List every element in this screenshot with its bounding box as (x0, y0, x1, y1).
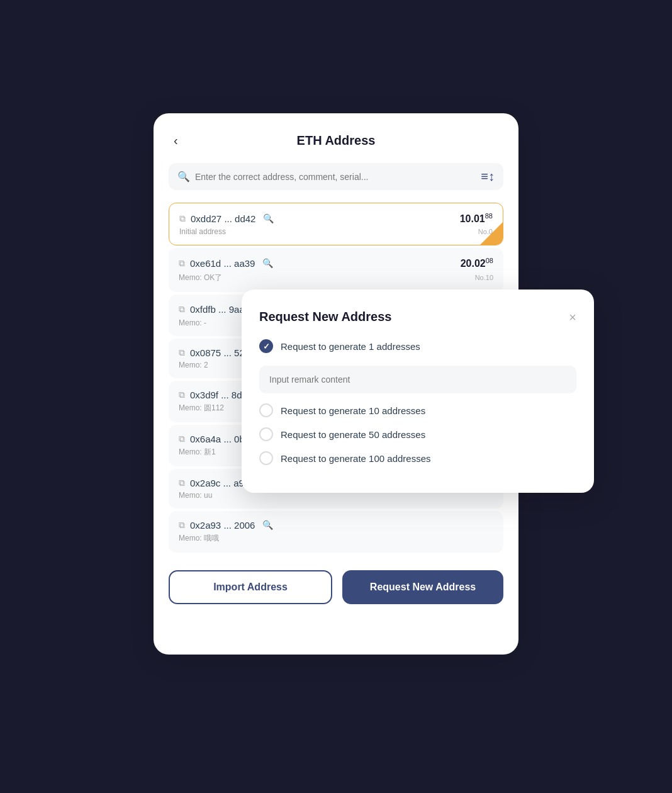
address-meta-row: Memo: 哦哦 (179, 533, 493, 544)
address-left: ⧉ 0xdd27 ... dd42 🔍 (179, 213, 274, 224)
address-item[interactable]: ⧉ 0x2a93 ... 2006 🔍 Memo: 哦哦 (169, 511, 503, 553)
memo: Memo: 圆112 (179, 403, 224, 413)
copy-icon[interactable]: ⧉ (179, 304, 185, 315)
radio-circle (259, 403, 273, 417)
request-new-address-modal: Request New Address × Request to generat… (242, 290, 594, 493)
memo: Memo: 2 (179, 361, 208, 369)
copy-icon[interactable]: ⧉ (179, 434, 185, 444)
radio-option[interactable]: Request to generate 100 addresses (259, 451, 576, 465)
address-meta-row: Memo: OK了 No.10 (179, 273, 493, 283)
copy-icon[interactable]: ⧉ (179, 258, 185, 269)
address-text: 0xdd27 ... dd42 (191, 213, 255, 224)
address-meta-row: Initial address No.0 (179, 227, 493, 236)
copy-icon[interactable]: ⧉ (179, 390, 185, 400)
copy-icon[interactable]: ⧉ (179, 520, 185, 531)
memo: Memo: OK了 (179, 273, 222, 283)
address-item[interactable]: ⧉ 0xdd27 ... dd42 🔍 10.0188 Initial addr… (169, 203, 503, 245)
radio-option[interactable]: Request to generate 1 addresses (259, 339, 576, 403)
memo: Memo: 新1 (179, 447, 216, 458)
radio-option-item[interactable]: Request to generate 50 addresses (259, 427, 576, 441)
modal-header: Request New Address × (259, 310, 576, 324)
radio-option-item[interactable]: Request to generate 1 addresses (259, 339, 576, 353)
modal-overlay: Request New Address × Request to generat… (242, 290, 594, 493)
address-item[interactable]: ⧉ 0xe61d ... aa39 🔍 20.0208 Memo: OK了 No… (169, 248, 503, 291)
radio-label: Request to generate 100 addresses (281, 453, 431, 464)
radio-circle (259, 451, 273, 465)
modal-options: Request to generate 1 addresses Request … (259, 339, 576, 465)
modal-title: Request New Address (259, 310, 391, 324)
memo: Initial address (179, 227, 226, 236)
address-row: ⧉ 0x2a93 ... 2006 🔍 (179, 520, 493, 531)
address-text: 0xe61d ... aa39 (190, 258, 255, 269)
back-button[interactable]: ‹ (169, 131, 183, 150)
main-container: ‹ ETH Address 🔍 ≡↕ ⧉ 0xdd27 ... dd42 🔍 1… (128, 113, 544, 680)
memo: Memo: 哦哦 (179, 533, 219, 544)
remark-input[interactable] (259, 366, 576, 393)
address-left: ⧉ 0xe61d ... aa39 🔍 (179, 258, 273, 269)
filter-button[interactable]: ≡↕ (481, 169, 495, 184)
radio-option[interactable]: Request to generate 10 addresses (259, 403, 576, 417)
search-bar: 🔍 ≡↕ (169, 163, 503, 190)
radio-circle-checked (259, 339, 273, 353)
address-search-icon[interactable]: 🔍 (263, 213, 274, 223)
radio-circle (259, 427, 273, 441)
active-corner (480, 222, 503, 245)
address-text: 0x2a93 ... 2006 (190, 520, 255, 531)
address-left: ⧉ 0x2a93 ... 2006 🔍 (179, 520, 273, 531)
radio-option[interactable]: Request to generate 50 addresses (259, 427, 576, 441)
radio-label: Request to generate 50 addresses (281, 429, 425, 440)
radio-option-item[interactable]: Request to generate 10 addresses (259, 403, 576, 417)
copy-icon[interactable]: ⧉ (179, 213, 186, 224)
address-row: ⧉ 0xdd27 ... dd42 🔍 10.0188 (179, 212, 493, 225)
radio-option-item[interactable]: Request to generate 100 addresses (259, 451, 576, 465)
import-address-button[interactable]: Import Address (169, 570, 332, 604)
search-icon: 🔍 (177, 171, 190, 183)
modal-close-button[interactable]: × (569, 311, 576, 323)
bottom-buttons: Import Address Request New Address (169, 570, 503, 604)
no-badge: No.10 (475, 274, 493, 281)
address-row: ⧉ 0xe61d ... aa39 🔍 20.0208 (179, 257, 493, 269)
amount: 20.0208 (461, 257, 493, 269)
search-input[interactable] (195, 172, 476, 182)
address-text: 0xfdfb ... 9aab (190, 304, 250, 315)
radio-label: Request to generate 10 addresses (281, 405, 425, 416)
address-search-icon[interactable]: 🔍 (262, 520, 273, 530)
memo: Memo: - (179, 318, 206, 327)
address-search-icon[interactable]: 🔍 (262, 258, 273, 268)
header: ‹ ETH Address (169, 133, 503, 148)
copy-icon[interactable]: ⧉ (179, 478, 185, 488)
page-title: ETH Address (297, 133, 376, 148)
memo: Memo: uu (179, 491, 212, 500)
copy-icon[interactable]: ⧉ (179, 347, 185, 358)
radio-label: Request to generate 1 addresses (281, 341, 420, 352)
request-new-address-button[interactable]: Request New Address (342, 570, 503, 604)
